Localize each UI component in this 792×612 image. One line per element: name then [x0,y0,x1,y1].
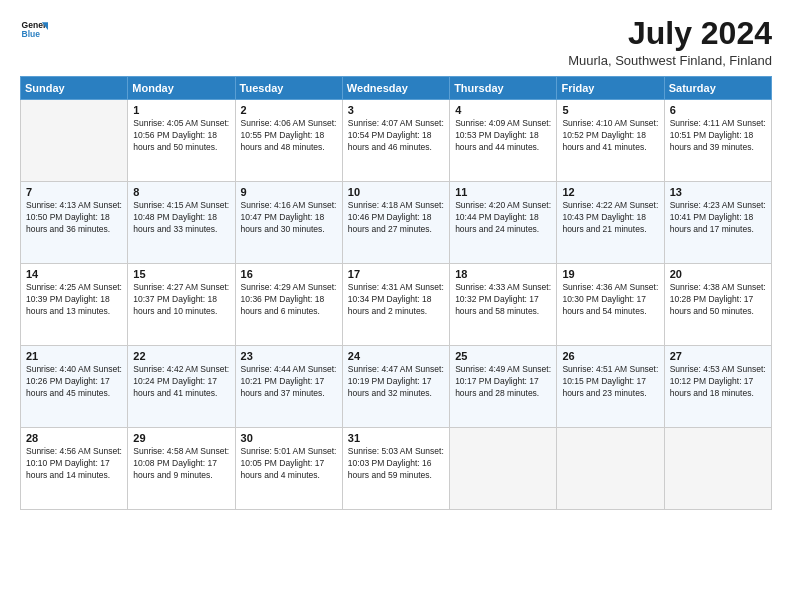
day-cell: 13Sunrise: 4:23 AM Sunset: 10:41 PM Dayl… [664,182,771,264]
day-number: 19 [562,268,658,280]
day-cell: 16Sunrise: 4:29 AM Sunset: 10:36 PM Dayl… [235,264,342,346]
col-thursday: Thursday [450,77,557,100]
day-info: Sunrise: 4:38 AM Sunset: 10:28 PM Daylig… [670,282,766,318]
day-cell: 19Sunrise: 4:36 AM Sunset: 10:30 PM Dayl… [557,264,664,346]
day-cell: 24Sunrise: 4:47 AM Sunset: 10:19 PM Dayl… [342,346,449,428]
day-info: Sunrise: 4:16 AM Sunset: 10:47 PM Daylig… [241,200,337,236]
day-number: 9 [241,186,337,198]
day-cell: 11Sunrise: 4:20 AM Sunset: 10:44 PM Dayl… [450,182,557,264]
day-cell [664,428,771,510]
day-number: 15 [133,268,229,280]
col-sunday: Sunday [21,77,128,100]
day-info: Sunrise: 4:07 AM Sunset: 10:54 PM Daylig… [348,118,444,154]
day-number: 1 [133,104,229,116]
day-cell: 17Sunrise: 4:31 AM Sunset: 10:34 PM Dayl… [342,264,449,346]
day-cell: 22Sunrise: 4:42 AM Sunset: 10:24 PM Dayl… [128,346,235,428]
day-cell: 6Sunrise: 4:11 AM Sunset: 10:51 PM Dayli… [664,100,771,182]
day-info: Sunrise: 4:36 AM Sunset: 10:30 PM Daylig… [562,282,658,318]
day-cell: 30Sunrise: 5:01 AM Sunset: 10:05 PM Dayl… [235,428,342,510]
day-number: 29 [133,432,229,444]
day-info: Sunrise: 5:03 AM Sunset: 10:03 PM Daylig… [348,446,444,482]
day-info: Sunrise: 4:20 AM Sunset: 10:44 PM Daylig… [455,200,551,236]
day-number: 2 [241,104,337,116]
day-info: Sunrise: 4:11 AM Sunset: 10:51 PM Daylig… [670,118,766,154]
day-info: Sunrise: 4:44 AM Sunset: 10:21 PM Daylig… [241,364,337,400]
title-area: July 2024 Muurla, Southwest Finland, Fin… [568,16,772,68]
day-number: 10 [348,186,444,198]
day-cell: 1Sunrise: 4:05 AM Sunset: 10:56 PM Dayli… [128,100,235,182]
day-info: Sunrise: 4:27 AM Sunset: 10:37 PM Daylig… [133,282,229,318]
day-number: 22 [133,350,229,362]
day-cell: 4Sunrise: 4:09 AM Sunset: 10:53 PM Dayli… [450,100,557,182]
day-number: 31 [348,432,444,444]
day-number: 21 [26,350,122,362]
col-wednesday: Wednesday [342,77,449,100]
day-number: 5 [562,104,658,116]
day-cell: 9Sunrise: 4:16 AM Sunset: 10:47 PM Dayli… [235,182,342,264]
day-info: Sunrise: 4:29 AM Sunset: 10:36 PM Daylig… [241,282,337,318]
day-number: 23 [241,350,337,362]
day-cell: 14Sunrise: 4:25 AM Sunset: 10:39 PM Dayl… [21,264,128,346]
day-number: 4 [455,104,551,116]
day-number: 18 [455,268,551,280]
day-number: 17 [348,268,444,280]
day-info: Sunrise: 4:15 AM Sunset: 10:48 PM Daylig… [133,200,229,236]
location: Muurla, Southwest Finland, Finland [568,53,772,68]
day-number: 3 [348,104,444,116]
day-cell: 29Sunrise: 4:58 AM Sunset: 10:08 PM Dayl… [128,428,235,510]
day-info: Sunrise: 4:23 AM Sunset: 10:41 PM Daylig… [670,200,766,236]
day-info: Sunrise: 4:18 AM Sunset: 10:46 PM Daylig… [348,200,444,236]
day-cell: 28Sunrise: 4:56 AM Sunset: 10:10 PM Dayl… [21,428,128,510]
col-friday: Friday [557,77,664,100]
day-number: 27 [670,350,766,362]
week-row-1: 1Sunrise: 4:05 AM Sunset: 10:56 PM Dayli… [21,100,772,182]
day-info: Sunrise: 4:10 AM Sunset: 10:52 PM Daylig… [562,118,658,154]
day-cell: 10Sunrise: 4:18 AM Sunset: 10:46 PM Dayl… [342,182,449,264]
day-info: Sunrise: 4:25 AM Sunset: 10:39 PM Daylig… [26,282,122,318]
day-cell: 27Sunrise: 4:53 AM Sunset: 10:12 PM Dayl… [664,346,771,428]
day-info: Sunrise: 4:05 AM Sunset: 10:56 PM Daylig… [133,118,229,154]
week-row-4: 21Sunrise: 4:40 AM Sunset: 10:26 PM Dayl… [21,346,772,428]
day-number: 16 [241,268,337,280]
logo: General Blue [20,16,48,44]
col-monday: Monday [128,77,235,100]
day-info: Sunrise: 4:51 AM Sunset: 10:15 PM Daylig… [562,364,658,400]
day-info: Sunrise: 4:42 AM Sunset: 10:24 PM Daylig… [133,364,229,400]
day-number: 13 [670,186,766,198]
day-cell: 3Sunrise: 4:07 AM Sunset: 10:54 PM Dayli… [342,100,449,182]
calendar-table: Sunday Monday Tuesday Wednesday Thursday… [20,76,772,510]
week-row-5: 28Sunrise: 4:56 AM Sunset: 10:10 PM Dayl… [21,428,772,510]
day-cell: 23Sunrise: 4:44 AM Sunset: 10:21 PM Dayl… [235,346,342,428]
header: General Blue July 2024 Muurla, Southwest… [20,16,772,68]
header-row: Sunday Monday Tuesday Wednesday Thursday… [21,77,772,100]
day-cell: 8Sunrise: 4:15 AM Sunset: 10:48 PM Dayli… [128,182,235,264]
day-number: 6 [670,104,766,116]
day-cell: 2Sunrise: 4:06 AM Sunset: 10:55 PM Dayli… [235,100,342,182]
week-row-2: 7Sunrise: 4:13 AM Sunset: 10:50 PM Dayli… [21,182,772,264]
day-number: 26 [562,350,658,362]
day-info: Sunrise: 4:49 AM Sunset: 10:17 PM Daylig… [455,364,551,400]
day-cell [557,428,664,510]
day-number: 11 [455,186,551,198]
day-info: Sunrise: 4:56 AM Sunset: 10:10 PM Daylig… [26,446,122,482]
day-cell: 26Sunrise: 4:51 AM Sunset: 10:15 PM Dayl… [557,346,664,428]
day-cell: 25Sunrise: 4:49 AM Sunset: 10:17 PM Dayl… [450,346,557,428]
col-tuesday: Tuesday [235,77,342,100]
day-cell: 31Sunrise: 5:03 AM Sunset: 10:03 PM Dayl… [342,428,449,510]
day-number: 14 [26,268,122,280]
day-cell [450,428,557,510]
day-info: Sunrise: 4:53 AM Sunset: 10:12 PM Daylig… [670,364,766,400]
day-info: Sunrise: 4:33 AM Sunset: 10:32 PM Daylig… [455,282,551,318]
day-number: 20 [670,268,766,280]
day-info: Sunrise: 4:09 AM Sunset: 10:53 PM Daylig… [455,118,551,154]
calendar-page: General Blue July 2024 Muurla, Southwest… [0,0,792,612]
day-cell: 21Sunrise: 4:40 AM Sunset: 10:26 PM Dayl… [21,346,128,428]
col-saturday: Saturday [664,77,771,100]
day-info: Sunrise: 4:31 AM Sunset: 10:34 PM Daylig… [348,282,444,318]
day-info: Sunrise: 4:58 AM Sunset: 10:08 PM Daylig… [133,446,229,482]
month-title: July 2024 [568,16,772,51]
logo-icon: General Blue [20,16,48,44]
day-number: 24 [348,350,444,362]
day-info: Sunrise: 4:13 AM Sunset: 10:50 PM Daylig… [26,200,122,236]
day-cell: 15Sunrise: 4:27 AM Sunset: 10:37 PM Dayl… [128,264,235,346]
